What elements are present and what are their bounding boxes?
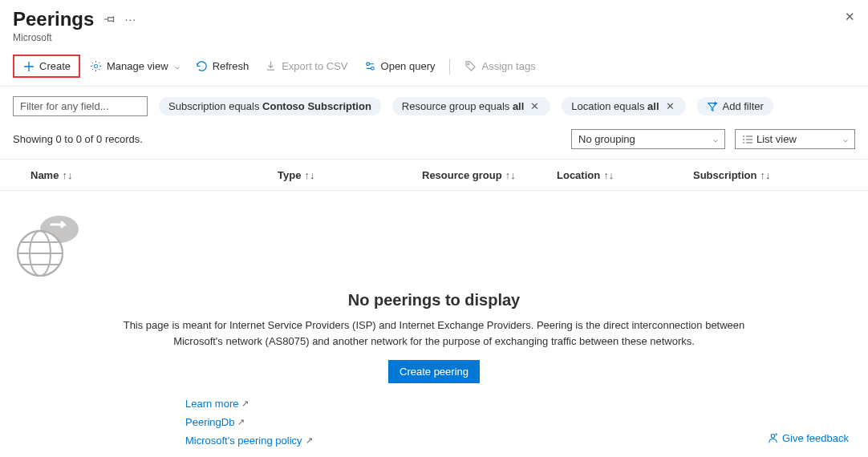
more-icon[interactable]: ··· [124, 13, 136, 26]
peeringdb-link[interactable]: PeeringDb ↗ [185, 416, 245, 428]
sort-icon: ↑↓ [505, 169, 516, 181]
assign-tags-label: Assign tags [481, 60, 535, 72]
refresh-icon [196, 60, 208, 72]
peering-policy-link[interactable]: Microsoft's peering policy ↗ [185, 435, 313, 447]
filter-pill-resource-group[interactable]: Resource group equals all ✕ [392, 97, 551, 115]
give-feedback-link[interactable]: Give feedback [767, 432, 849, 444]
svg-point-0 [94, 64, 97, 67]
column-resource-group[interactable]: Resource group ↑↓ [422, 169, 557, 181]
grouping-select[interactable]: No grouping ⌵ [571, 129, 725, 149]
column-subscription[interactable]: Subscription ↑↓ [693, 169, 855, 181]
column-type[interactable]: Type ↑↓ [278, 169, 422, 181]
sort-icon: ↑↓ [603, 169, 614, 181]
manage-view-button[interactable]: Manage view ⌵ [83, 57, 186, 75]
learn-more-link[interactable]: Learn more ↗ [185, 398, 249, 410]
svg-point-1 [366, 63, 369, 66]
remove-filter-icon[interactable]: ✕ [664, 100, 676, 112]
svg-point-8 [771, 434, 775, 438]
feedback-label: Give feedback [782, 432, 849, 444]
external-link-icon: ↗ [306, 435, 313, 446]
status-row: Showing 0 to 0 of 0 records. No grouping… [0, 123, 868, 159]
filter-input[interactable] [13, 96, 148, 116]
create-button[interactable]: Create [13, 55, 80, 78]
toolbar: Create Manage view ⌵ Refresh Export to C… [0, 47, 868, 87]
column-name[interactable]: Name ↑↓ [13, 169, 278, 181]
filter-row: Subscription equals Contoso Subscription… [0, 87, 868, 123]
list-icon [742, 135, 753, 144]
empty-state-graphic [13, 210, 855, 278]
remove-filter-icon[interactable]: ✕ [529, 100, 541, 112]
export-csv-label: Export to CSV [282, 60, 347, 72]
page-subtitle: Microsoft [13, 32, 855, 43]
external-link-icon: ↗ [241, 398, 249, 409]
chevron-down-icon: ⌵ [843, 135, 848, 144]
create-label: Create [39, 60, 71, 72]
export-csv-button[interactable]: Export to CSV [258, 57, 354, 75]
view-value: List view [756, 133, 797, 145]
plus-icon [22, 60, 34, 72]
sort-icon: ↑↓ [760, 169, 770, 181]
filter-pill-location[interactable]: Location equals all ✕ [562, 97, 685, 115]
toolbar-separator [449, 59, 450, 75]
empty-state: No peerings to display This page is mean… [0, 191, 868, 447]
empty-state-links: Learn more ↗ PeeringDb ↗ Microsoft's pee… [185, 398, 683, 447]
view-select[interactable]: List view ⌵ [735, 129, 855, 149]
add-filter-icon [707, 101, 718, 112]
page-title: Peerings [13, 8, 94, 30]
assign-tags-button[interactable]: Assign tags [458, 57, 541, 75]
refresh-button[interactable]: Refresh [189, 57, 256, 75]
query-icon [364, 60, 376, 72]
empty-state-description: This page is meant for Internet Service … [105, 317, 763, 349]
close-icon[interactable]: ✕ [845, 10, 855, 24]
manage-view-label: Manage view [107, 60, 168, 72]
create-peering-button[interactable]: Create peering [388, 360, 480, 383]
sort-icon: ↑↓ [62, 169, 72, 181]
external-link-icon: ↗ [237, 417, 245, 427]
download-icon [265, 60, 277, 72]
refresh-label: Refresh [213, 60, 249, 72]
grouping-value: No grouping [578, 133, 635, 145]
record-count: Showing 0 to 0 of 0 records. [13, 133, 143, 145]
svg-point-3 [468, 63, 469, 65]
page-header: Peerings ··· Microsoft ✕ [0, 0, 868, 47]
chevron-down-icon: ⌵ [175, 62, 180, 71]
add-filter-button[interactable]: Add filter [697, 97, 773, 115]
empty-state-title: No peerings to display [13, 291, 855, 309]
filter-pill-subscription[interactable]: Subscription equals Contoso Subscription [159, 97, 381, 115]
tag-icon [464, 60, 477, 72]
gear-icon [90, 60, 102, 72]
sort-icon: ↑↓ [304, 169, 314, 181]
open-query-label: Open query [381, 60, 436, 72]
pin-icon[interactable] [103, 14, 115, 25]
table-header: Name ↑↓ Type ↑↓ Resource group ↑↓ Locati… [0, 159, 868, 191]
svg-point-2 [371, 67, 374, 70]
open-query-button[interactable]: Open query [358, 57, 442, 75]
feedback-icon [767, 432, 779, 444]
column-location[interactable]: Location ↑↓ [557, 169, 693, 181]
add-filter-label: Add filter [723, 100, 764, 112]
chevron-down-icon: ⌵ [713, 135, 718, 144]
